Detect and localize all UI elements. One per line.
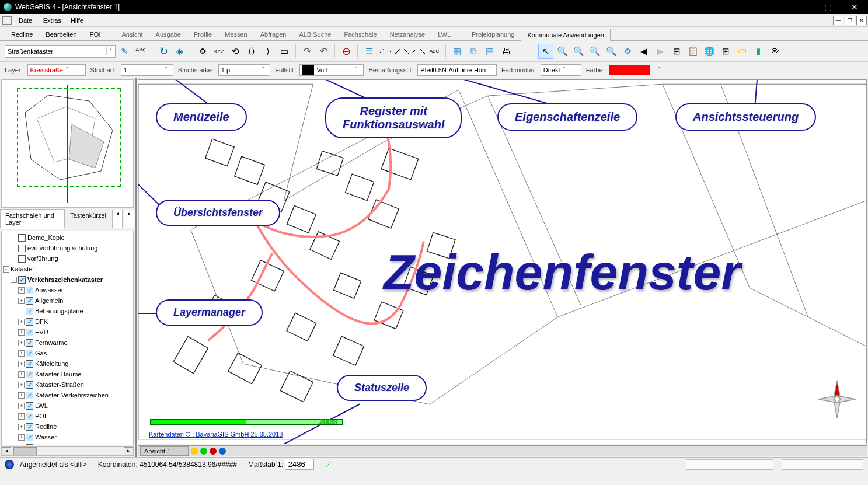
print-icon[interactable]: 🖶: [499, 44, 514, 59]
menu-extras[interactable]: Extras: [39, 15, 66, 26]
tab-kommunale[interactable]: Kommunale Anwendungen: [521, 29, 610, 41]
expand-icon[interactable]: +: [18, 329, 25, 336]
checkbox[interactable]: [26, 360, 33, 368]
tree-item[interactable]: +Gas: [3, 348, 132, 358]
expand-icon[interactable]: +: [18, 371, 25, 378]
snap3-icon[interactable]: ⟋⟍: [410, 44, 426, 59]
tag-icon[interactable]: 🏷: [734, 44, 750, 59]
bemassung-combo[interactable]: Pfeil0.5N-AufLinie-Höh˅: [417, 64, 497, 76]
mdi-close[interactable]: ✕: [856, 16, 867, 25]
view-icon-2[interactable]: [200, 448, 207, 455]
refresh-icon[interactable]: ↻: [156, 44, 171, 59]
expand-icon[interactable]: +: [18, 434, 25, 441]
expand-icon[interactable]: +: [18, 298, 25, 304]
expand-icon[interactable]: +: [18, 424, 25, 430]
tree-item[interactable]: +Kataster-Verkehrszeichen: [3, 390, 132, 400]
expand-icon[interactable]: +: [18, 403, 25, 409]
checkbox[interactable]: [26, 392, 33, 399]
menu-datei[interactable]: Datei: [14, 15, 39, 26]
tab-bearbeiten[interactable]: Bearbeiten: [39, 28, 83, 40]
add-layer-icon[interactable]: ⊞: [669, 44, 684, 59]
expand-icon[interactable]: +: [18, 319, 25, 325]
tab-projektplanung[interactable]: Projektplanung: [465, 28, 521, 40]
select-rect-icon[interactable]: ▭: [277, 44, 292, 59]
chevron-down-icon[interactable]: ˅: [655, 66, 663, 74]
expand-icon[interactable]: +: [18, 392, 25, 399]
expand-icon[interactable]: +: [18, 350, 25, 357]
checkbox[interactable]: [26, 381, 33, 389]
fuellstil-combo[interactable]: Voll˅: [299, 64, 364, 76]
grid-icon[interactable]: ⊞: [718, 44, 733, 59]
checkbox[interactable]: [26, 350, 33, 357]
cursor-icon[interactable]: ↖: [538, 44, 553, 59]
checkbox[interactable]: [26, 318, 33, 326]
tab-netzanalyse[interactable]: Netzanalyse: [384, 28, 432, 40]
tree-item[interactable]: +Kälteleitung: [3, 358, 132, 369]
map-icon[interactable]: ▮: [751, 44, 766, 59]
eye-icon[interactable]: 👁: [767, 44, 782, 59]
stop-icon[interactable]: ⊖: [339, 44, 354, 59]
mdi-minimize[interactable]: —: [833, 16, 843, 25]
tree-item[interactable]: +Allgemein: [3, 295, 132, 306]
tab-nav-right[interactable]: ▸: [124, 210, 134, 228]
tree-item[interactable]: -Verkehrszeichenkataster: [3, 274, 132, 285]
next-view-icon[interactable]: ▶: [653, 44, 668, 59]
tree-item[interactable]: +DFK: [3, 316, 132, 327]
checkbox[interactable]: [26, 297, 33, 305]
expand-icon[interactable]: +: [18, 413, 25, 420]
zoom-in-icon[interactable]: 🔍: [555, 44, 570, 59]
checkbox[interactable]: [18, 255, 26, 263]
tree-item[interactable]: -Kataster: [3, 264, 132, 274]
checkbox[interactable]: [26, 413, 33, 420]
minimize-button[interactable]: —: [787, 0, 814, 14]
mdi-restore[interactable]: ❐: [845, 16, 855, 25]
scale-input[interactable]: [285, 459, 314, 470]
strichart-combo[interactable]: 1˅: [121, 64, 173, 76]
tree-item[interactable]: +Kataster-Straßen: [3, 379, 132, 390]
side-tab-shortcuts[interactable]: Tastenkürzel: [65, 209, 111, 229]
table-icon[interactable]: ▤: [482, 44, 497, 59]
prev-view-icon[interactable]: ◀: [636, 44, 651, 59]
tab-poi[interactable]: POI: [83, 28, 107, 40]
checkbox[interactable]: [26, 287, 33, 294]
text-icon[interactable]: ᴬᴮᶜ: [133, 44, 148, 59]
map-canvas[interactable]: Menüzeile Register mit Funktionsauswahl …: [138, 79, 867, 444]
scroll-right-icon[interactable]: ▸: [124, 447, 133, 455]
view-icon-1[interactable]: [191, 448, 198, 455]
tree-item[interactable]: vorführung: [3, 253, 132, 264]
redo-icon[interactable]: ↷: [299, 44, 315, 59]
close-button[interactable]: ✕: [841, 0, 868, 14]
tree-item[interactable]: evu vorführung schulung: [3, 243, 132, 253]
color-swatch[interactable]: [609, 65, 650, 75]
strichstaerke-combo[interactable]: 1 p˅: [218, 64, 270, 76]
checkbox[interactable]: [26, 329, 33, 336]
expand-icon[interactable]: -: [11, 277, 17, 283]
undo-icon[interactable]: ↶: [316, 44, 331, 59]
tab-redline[interactable]: Redline: [5, 28, 39, 40]
tab-ausgabe[interactable]: Ausgabe: [149, 28, 187, 40]
zoom-out-icon[interactable]: 🔍: [571, 44, 586, 59]
zoom-window-icon[interactable]: 🔍: [587, 44, 602, 59]
layer-tree[interactable]: Demo_Kopieevu vorführung schulungvorführ…: [1, 231, 134, 445]
maximize-button[interactable]: ▢: [814, 0, 841, 14]
view-icon-3[interactable]: [210, 448, 217, 455]
checkbox[interactable]: [26, 423, 33, 431]
tree-item[interactable]: +Kataster-Bäume: [3, 369, 132, 379]
checkbox[interactable]: [18, 234, 26, 242]
snap2-icon[interactable]: ⟋⟍: [394, 44, 409, 59]
tree-item[interactable]: (nicht zugeordnet): [3, 442, 132, 445]
snap-text-icon[interactable]: ABC: [427, 44, 442, 59]
tree-item[interactable]: Bebauungspläne: [3, 306, 132, 316]
expand-icon[interactable]: -: [3, 266, 9, 273]
layers-icon[interactable]: ☰: [361, 44, 377, 59]
rotate-left-icon[interactable]: ⟲: [228, 44, 243, 59]
tree-item[interactable]: +Abwasser: [3, 285, 132, 295]
checkbox[interactable]: [26, 402, 33, 410]
scroll-thumb[interactable]: [13, 447, 37, 455]
expand-icon[interactable]: +: [18, 361, 25, 367]
menu-hilfe[interactable]: Hilfe: [66, 15, 88, 26]
side-tab-layers[interactable]: Fachschalen und Layer: [0, 209, 65, 229]
tab-lwl[interactable]: LWL: [431, 28, 457, 40]
zoom-extent-icon[interactable]: 🔍: [604, 44, 619, 59]
tree-item[interactable]: +LWL: [3, 400, 132, 411]
